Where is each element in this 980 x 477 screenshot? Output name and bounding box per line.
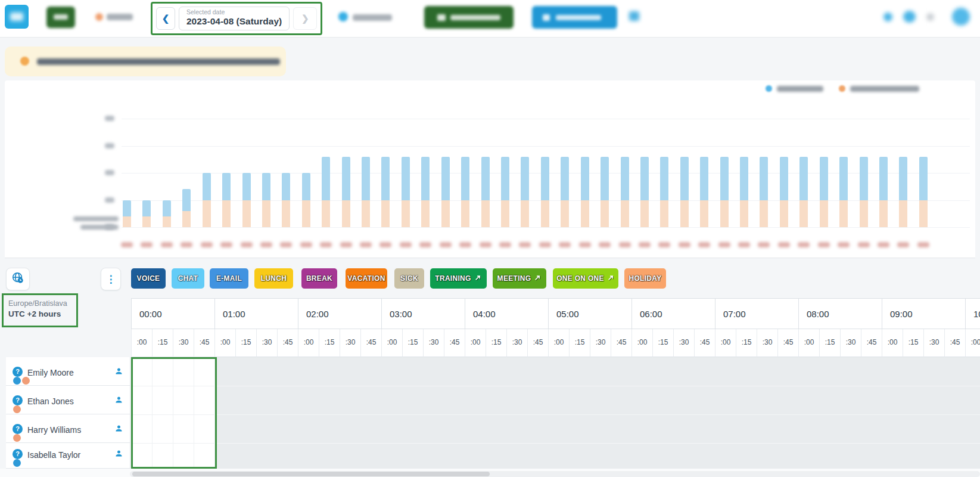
category-button-vacation[interactable]: VACATION — [346, 268, 387, 289]
schedule-grid-body[interactable] — [131, 357, 980, 469]
quarter-header-cell: :30 — [757, 329, 777, 357]
bar-blue-04:15 — [461, 157, 469, 200]
timeline-header: 00:0001:0002:0003:0004:0005:0006:0007:00… — [131, 298, 980, 357]
redacted-x-tick-label — [599, 242, 611, 247]
category-button-sick[interactable]: SICK — [394, 268, 424, 289]
quarter-header-cell: :00 — [631, 329, 652, 357]
horizontal-scrollbar-thumb[interactable] — [132, 472, 490, 476]
bar-blue-01:30 — [242, 173, 251, 200]
redacted-toolbar-icon-1[interactable] — [883, 13, 892, 21]
hour-header-0800: 08:00 — [798, 298, 882, 329]
redacted-x-tick-label — [539, 242, 551, 247]
redacted-x-tick-label — [480, 242, 491, 247]
category-button-e-mail[interactable]: E-MAIL — [210, 268, 248, 289]
category-button-one-on-one[interactable]: ONE ON ONE — [553, 268, 618, 289]
status-dot-orange — [13, 434, 21, 442]
selected-date-value: 2023-04-08 (Saturday) — [186, 16, 282, 27]
redacted-user-avatar-icon[interactable] — [952, 8, 970, 26]
redacted-pencil-icon[interactable] — [629, 11, 639, 21]
redacted-add-icon[interactable] — [338, 12, 348, 21]
bar-blue-03:30 — [402, 157, 410, 200]
bar-orange-05:00 — [521, 200, 529, 227]
redacted-x-tick-label — [459, 242, 471, 247]
quarter-header-cell: :00 — [715, 329, 736, 357]
category-label: ONE ON ONE — [556, 274, 604, 283]
help-icon[interactable]: ? — [13, 395, 23, 405]
category-button-meeting[interactable]: MEETING — [493, 268, 546, 289]
bar-orange-06:15 — [621, 200, 629, 227]
bar-blue-07:45 — [740, 157, 748, 200]
globe-clock-icon — [11, 271, 24, 287]
quarter-header-cell: :15 — [402, 329, 423, 357]
person-icon[interactable] — [114, 424, 123, 435]
redacted-toolbar-icon-2[interactable] — [903, 11, 916, 23]
category-button-voice[interactable]: VOICE — [131, 268, 166, 289]
employee-row-isabella-taylor[interactable]: ?Isabella Taylor — [6, 443, 130, 469]
person-icon[interactable] — [114, 367, 123, 378]
category-button-holiday[interactable]: HOLIDAY — [624, 268, 666, 289]
selected-date-field[interactable]: Selected date 2023-04-08 (Saturday) — [179, 7, 290, 30]
quarter-header-cell: :15 — [235, 329, 256, 357]
bar-orange-06:45 — [660, 200, 668, 227]
help-icon[interactable]: ? — [13, 424, 23, 434]
y-gridline — [122, 227, 970, 228]
bar-blue-06:00 — [601, 157, 609, 200]
bar-blue-07:30 — [720, 157, 729, 200]
employee-row-emily-moore[interactable]: ?Emily Moore — [6, 357, 130, 386]
status-dot-blue — [13, 377, 21, 385]
redacted-blue-action-button[interactable] — [532, 6, 617, 29]
timezone-globe-button[interactable] — [6, 268, 30, 290]
redacted-status-text — [107, 14, 133, 20]
category-label: E-MAIL — [216, 274, 242, 283]
redacted-x-tick-label — [440, 242, 452, 247]
category-button-break[interactable]: BREAK — [301, 268, 337, 289]
redacted-green-button[interactable] — [46, 7, 75, 28]
y-gridline — [122, 146, 970, 147]
employee-name-panel: ?Emily Moore?Ethan Jones?Harry Williams?… — [6, 357, 130, 469]
redacted-x-tick-label — [758, 242, 770, 247]
previous-day-button[interactable]: ❮ — [156, 7, 175, 30]
redacted-toolbar-icon-3[interactable] — [926, 13, 934, 21]
next-day-button[interactable]: ❯ — [293, 7, 317, 30]
bar-blue-08:30 — [799, 157, 808, 200]
redacted-x-tick-label — [419, 242, 431, 247]
employee-row-ethan-jones[interactable]: ?Ethan Jones — [6, 386, 130, 414]
quarter-header-cell: :15 — [819, 329, 840, 357]
bar-blue-08:15 — [780, 157, 788, 200]
bar-orange-02:00 — [282, 200, 290, 227]
more-options-button[interactable]: ⋮ — [101, 268, 121, 290]
bar-blue-00:45 — [182, 189, 191, 210]
bar-blue-03:15 — [381, 157, 390, 200]
quarter-header-cell: :30 — [506, 329, 527, 357]
bar-orange-01:30 — [242, 200, 251, 227]
bar-blue-02:30 — [322, 157, 330, 200]
quarter-header-cell: :15 — [652, 329, 673, 357]
employee-row-harry-williams[interactable]: ?Harry Williams — [6, 414, 130, 443]
quarter-header-cell: :00 — [214, 329, 235, 357]
bar-orange-08:00 — [760, 200, 768, 227]
category-button-training[interactable]: TRAINING — [430, 268, 487, 289]
bar-blue-03:45 — [421, 157, 430, 200]
bar-orange-00:30 — [163, 216, 171, 227]
help-icon[interactable]: ? — [13, 449, 23, 459]
bar-blue-09:00 — [839, 157, 848, 200]
category-button-chat[interactable]: CHAT — [172, 268, 204, 289]
employee-name: Ethan Jones — [27, 397, 74, 406]
redacted-x-tick-label — [798, 242, 810, 247]
wfm-schedule-page: ❮ Selected date 2023-04-08 (Saturday) ❯ — [0, 0, 980, 477]
redacted-banner-text — [37, 58, 280, 65]
quarter-header-cell: :15 — [569, 329, 590, 357]
person-icon[interactable] — [114, 449, 123, 460]
redacted-green-action-button[interactable] — [424, 6, 514, 29]
redacted-x-tick-label — [121, 242, 133, 247]
help-icon[interactable]: ? — [13, 367, 23, 377]
employee-name: Emily Moore — [27, 368, 74, 377]
category-button-lunch[interactable]: LUNCH — [254, 268, 293, 289]
bar-blue-08:45 — [820, 157, 828, 200]
menu-button[interactable] — [5, 5, 29, 29]
person-icon[interactable] — [114, 395, 123, 407]
highlighted-hour-column[interactable] — [131, 357, 214, 469]
bar-orange-09:30 — [879, 200, 888, 227]
bar-orange-01:45 — [262, 200, 270, 227]
redacted-x-tick-label — [161, 242, 173, 247]
